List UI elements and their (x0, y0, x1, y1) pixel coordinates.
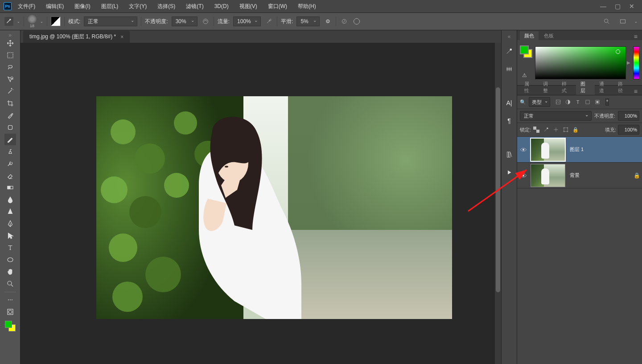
document-tab-close-icon[interactable]: × (120, 34, 123, 40)
document-tab[interactable]: timg.jpg @ 100% (图层 1, RGB/8#) * × (23, 31, 130, 43)
fg-bg-color-swatches[interactable] (5, 321, 16, 331)
lock-all-icon[interactable]: 🔒 (572, 126, 579, 133)
brush-settings-icon[interactable] (504, 46, 514, 56)
toolbar-handle[interactable]: » (1, 33, 19, 37)
pressure-size-icon[interactable] (340, 17, 349, 26)
maximize-button[interactable]: ▢ (614, 3, 621, 9)
tool-preset-caret-icon[interactable]: ⌄ (17, 20, 20, 24)
scrollbar-thumb[interactable] (496, 87, 500, 292)
clone-stamp-tool[interactable] (4, 146, 16, 157)
opacity-input[interactable]: 30% (172, 16, 198, 26)
filter-pixel-icon[interactable] (555, 98, 562, 106)
menu-help[interactable]: 帮助(H) (293, 1, 321, 12)
smoothing-input[interactable]: 5% (296, 16, 320, 26)
filter-shape-icon[interactable] (584, 98, 591, 106)
pen-tool[interactable] (4, 218, 16, 229)
tab-adjustments[interactable]: 调整 (539, 79, 557, 95)
brush-panel-icon[interactable] (51, 16, 61, 26)
menu-filter[interactable]: 滤镜(T) (181, 1, 208, 12)
layer-opacity-input[interactable]: 100% (618, 111, 639, 121)
tab-channels[interactable]: 通道 (595, 79, 613, 95)
healing-tool[interactable] (4, 122, 16, 133)
crop-tool[interactable] (4, 98, 16, 109)
panel-fg-swatch[interactable] (520, 45, 529, 54)
layer-visibility-toggle[interactable] (517, 172, 530, 179)
lasso-tool[interactable] (4, 61, 16, 73)
tab-layers[interactable]: 图层 (576, 79, 595, 95)
layer-thumbnail[interactable] (531, 164, 565, 187)
actions-panel-icon[interactable] (504, 168, 514, 177)
fg-color-swatch[interactable] (5, 321, 12, 328)
history-brush-tool[interactable] (4, 158, 16, 169)
brush-tool[interactable] (4, 134, 16, 145)
layer-filter-toggle[interactable] (605, 98, 609, 106)
layer-kind-select[interactable]: 类型 (529, 97, 550, 107)
filter-adjust-icon[interactable] (564, 98, 572, 106)
layer-row-1[interactable]: 图层 1 (517, 137, 642, 163)
color-picker-marker[interactable] (616, 49, 620, 54)
flow-input[interactable]: 100% (233, 16, 261, 26)
path-select-tool[interactable] (4, 230, 16, 241)
blend-mode-select[interactable]: 正常 (84, 16, 137, 26)
menu-select[interactable]: 选择(S) (153, 1, 180, 12)
brush-preview-button[interactable]: 18 (28, 15, 37, 28)
dodge-tool[interactable] (4, 206, 16, 217)
tab-swatches[interactable]: 色板 (539, 31, 558, 40)
filter-smart-icon[interactable] (594, 98, 601, 106)
layer-visibility-toggle[interactable] (517, 146, 530, 153)
minimize-button[interactable]: — (600, 3, 606, 9)
tab-paths[interactable]: 路径 (613, 79, 632, 95)
hand-tool[interactable] (4, 266, 16, 278)
airbrush-icon[interactable] (264, 17, 273, 26)
menu-window[interactable]: 窗口(W) (263, 1, 292, 12)
menu-layer[interactable]: 图层(L) (97, 1, 123, 12)
tab-styles[interactable]: 样式 (557, 79, 576, 95)
menu-file[interactable]: 文件(F) (13, 1, 40, 12)
search-icon[interactable] (602, 17, 611, 26)
color-field[interactable] (535, 46, 626, 79)
tab-properties[interactable]: 属性 (520, 79, 539, 95)
gamut-warning-icon[interactable]: ⚠ (521, 72, 528, 78)
menu-image[interactable]: 图像(I) (70, 1, 95, 12)
quick-select-tool[interactable] (4, 74, 16, 85)
panel-strip-handle[interactable]: « (502, 35, 517, 38)
marquee-tool[interactable] (4, 49, 16, 61)
magic-wand-tool[interactable] (4, 86, 16, 97)
menu-3d[interactable]: 3D(D) (210, 1, 233, 11)
menu-view[interactable]: 视图(V) (235, 1, 262, 12)
eraser-tool[interactable] (4, 170, 16, 181)
zoom-tool[interactable] (4, 278, 16, 290)
gradient-tool[interactable] (4, 182, 16, 193)
symmetry-icon[interactable] (352, 17, 361, 26)
lock-transparency-icon[interactable] (533, 126, 540, 133)
lock-artboard-icon[interactable] (562, 126, 569, 133)
layer-row-background[interactable]: 背景 🔒 (517, 163, 642, 188)
menu-edit[interactable]: 编辑(E) (41, 1, 68, 12)
filter-text-icon[interactable]: T (574, 98, 581, 106)
shape-tool[interactable] (4, 254, 16, 266)
close-button[interactable]: ✕ (629, 3, 635, 9)
layer-name[interactable]: 背景 (566, 172, 631, 179)
lock-pixels-icon[interactable] (543, 126, 550, 133)
blur-tool[interactable] (4, 194, 16, 205)
canvas-viewport[interactable] (21, 43, 501, 364)
move-tool[interactable] (4, 37, 16, 49)
quick-mask-button[interactable] (4, 306, 16, 318)
edit-toolbar-button[interactable]: ⋯ (4, 294, 16, 306)
canvas-vertical-scrollbar[interactable] (495, 43, 501, 364)
lock-position-icon[interactable] (552, 126, 560, 133)
character-panel-icon[interactable]: A| (504, 98, 514, 108)
brushes-panel-icon[interactable] (504, 64, 514, 74)
layer-fill-input[interactable]: 100% (618, 125, 639, 135)
layer-thumbnail[interactable] (531, 138, 565, 161)
screen-mode-icon[interactable] (618, 17, 627, 26)
layer-name[interactable]: 图层 1 (566, 146, 631, 153)
color-fg-bg-swatches[interactable] (520, 45, 532, 58)
layers-panel-menu-icon[interactable]: ≡ (632, 88, 639, 95)
paragraph-panel-icon[interactable]: ¶ (504, 116, 514, 126)
eyedropper-tool[interactable] (4, 110, 16, 121)
tool-preset-button[interactable] (4, 17, 13, 26)
pressure-opacity-icon[interactable] (201, 17, 210, 26)
libraries-panel-icon[interactable] (504, 150, 514, 160)
menu-type[interactable]: 文字(Y) (124, 1, 151, 12)
